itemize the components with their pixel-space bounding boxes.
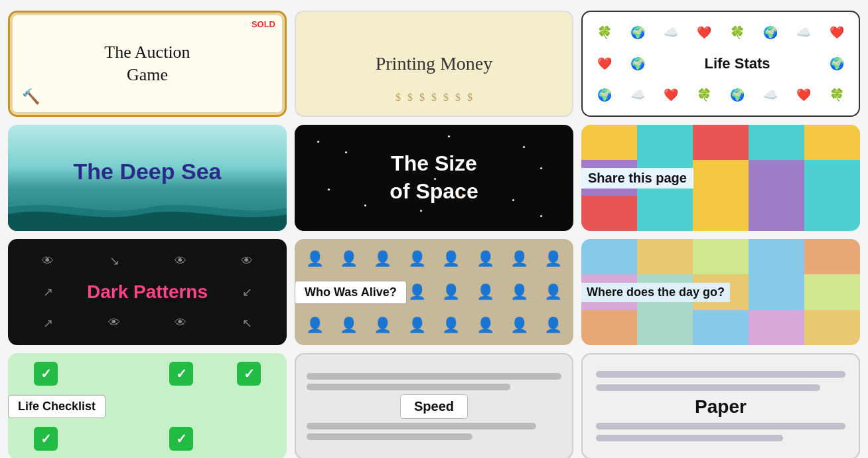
share-cell-13 <box>693 196 749 231</box>
day-cell-3 <box>693 239 749 274</box>
card-life-stats[interactable]: 🍀 🌍 ☁️ ❤️ 🍀 🌍 ☁️ ❤️ ❤️ 🌍 Life Stats 🌍 🌍 … <box>581 11 860 117</box>
speed-line-3 <box>307 423 536 429</box>
icon-globe-1: 🌍 <box>630 25 645 40</box>
card-printing[interactable]: Printing Money $$$$$$$ <box>295 11 573 117</box>
checklist-title: Life Checklist <box>8 395 106 418</box>
icon-clover-2: 🍀 <box>730 25 745 40</box>
person-24: 👤 <box>538 317 569 334</box>
card-space[interactable]: The Sizeof Space <box>295 125 573 231</box>
person-3: 👤 <box>367 250 399 267</box>
person-6: 👤 <box>469 250 501 267</box>
hammer-icon: 🔨 <box>22 88 40 106</box>
cursor-icon-1: ↘ <box>81 246 147 277</box>
dollar-row: $$$$$$$ <box>296 92 572 104</box>
person-22: 👤 <box>469 317 501 334</box>
share-cell-1 <box>581 125 637 160</box>
day-cell-11 <box>581 310 637 345</box>
card-grid: SOLD The AuctionGame 🔨 Printing Money $$… <box>0 0 868 458</box>
icon-heart-1: ❤️ <box>697 25 711 40</box>
card-deep-sea[interactable]: The Deep Sea <box>8 125 287 231</box>
share-cell-9 <box>749 160 804 195</box>
card-speed[interactable]: Speed <box>295 353 573 458</box>
day-cell-4 <box>749 239 804 274</box>
share-title: Share this page <box>581 168 693 189</box>
icon-cloud-1: ☁️ <box>664 25 678 40</box>
card-daygo[interactable]: Where does the day go? <box>581 239 860 345</box>
check-2: ✓ <box>147 362 215 386</box>
card-share[interactable]: Share this page <box>581 125 860 231</box>
person-7: 👤 <box>503 250 535 267</box>
person-17: 👤 <box>299 317 330 334</box>
check-5: ✓ <box>147 427 215 451</box>
cursor-icon-2: ↗ <box>15 277 81 308</box>
speed-line-1 <box>307 373 561 380</box>
check-4: ✓ <box>12 427 80 451</box>
cursor-icon-3: ↙ <box>214 277 280 308</box>
share-cell-2 <box>637 125 693 160</box>
day-cell-10 <box>804 274 860 309</box>
icon-heart-3: ❤️ <box>597 56 612 71</box>
person-8: 👤 <box>538 250 569 267</box>
person-20: 👤 <box>401 317 433 334</box>
icon-globe-2: 🌍 <box>763 25 778 40</box>
icon-heart-5: ❤️ <box>796 88 811 102</box>
share-cell-15 <box>804 196 860 231</box>
icon-globe-4: 🌍 <box>830 56 844 71</box>
icon-clover-3: 🍀 <box>697 88 711 102</box>
paper-line-2 <box>596 384 820 391</box>
speed-title: Speed <box>400 394 468 419</box>
icon-globe-6: 🌍 <box>730 88 745 102</box>
card-checklist[interactable]: ✓ ✓ ✓ ✓ ✓ Life Checklist <box>8 353 287 458</box>
day-cell-5 <box>804 239 860 274</box>
share-cell-14 <box>749 196 804 231</box>
speed-line-2 <box>307 384 510 390</box>
share-cell-3 <box>693 125 749 160</box>
sold-badge: SOLD <box>252 19 275 29</box>
eye-icon-5: 👁 <box>147 307 214 339</box>
paper-line-1 <box>596 371 845 378</box>
deep-sea-title: The Deep Sea <box>74 159 222 185</box>
person-14: 👤 <box>469 283 501 301</box>
person-23: 👤 <box>503 317 535 334</box>
share-cell-5 <box>804 125 860 160</box>
share-cell-8 <box>693 160 749 195</box>
person-21: 👤 <box>435 317 467 334</box>
eye-icon-3: 👁 <box>214 246 280 277</box>
day-cell-9 <box>749 274 804 309</box>
icon-heart-4: ❤️ <box>664 88 678 102</box>
cursor-icon-4: ↗ <box>15 307 81 339</box>
wave-svg <box>8 194 287 231</box>
eye-icon-2: 👁 <box>147 246 214 277</box>
paper-line-4 <box>596 435 783 441</box>
check-1: ✓ <box>12 362 80 386</box>
person-2: 👤 <box>332 250 364 267</box>
card-dark-patterns[interactable]: 👁 ↘ 👁 👁 ↗ ↙ ↗ 👁 👁 ↖ Dark Patterns <box>8 239 287 345</box>
day-cell-14 <box>749 310 804 345</box>
icon-globe-3: 🌍 <box>630 56 645 71</box>
person-13: 👤 <box>435 283 467 301</box>
icon-clover-4: 🍀 <box>830 88 844 102</box>
icon-heart-2: ❤️ <box>830 25 844 40</box>
life-stats-title: Life Stats <box>704 55 770 72</box>
day-cell-13 <box>693 310 749 345</box>
person-15: 👤 <box>503 283 535 301</box>
card-paper[interactable]: Paper <box>581 353 860 458</box>
day-cell-15 <box>804 310 860 345</box>
card-auction[interactable]: SOLD The AuctionGame 🔨 <box>8 11 287 117</box>
person-19: 👤 <box>367 317 399 334</box>
dark-title: Dark Patterns <box>87 281 208 303</box>
day-cell-12 <box>637 310 693 345</box>
who-alive-title: Who Was Alive? <box>295 281 407 304</box>
auction-title: The AuctionGame <box>104 41 190 86</box>
card-who-alive[interactable]: 👤 👤 👤 👤 👤 👤 👤 👤 👤 👤 👤 👤 👤 👤 👤 👤 👤 👤 👤 👤 … <box>295 239 573 345</box>
printing-title: Printing Money <box>376 53 493 74</box>
day-cell-1 <box>581 239 637 274</box>
eye-icon-1: 👁 <box>15 246 81 277</box>
icon-cloud-3: ☁️ <box>630 88 645 102</box>
share-cell-11 <box>581 196 637 231</box>
person-5: 👤 <box>435 250 467 267</box>
space-title: The Sizeof Space <box>390 150 478 205</box>
daygo-title: Where does the day go? <box>581 283 730 302</box>
person-18: 👤 <box>332 317 364 334</box>
icon-cloud-2: ☁️ <box>796 25 811 40</box>
